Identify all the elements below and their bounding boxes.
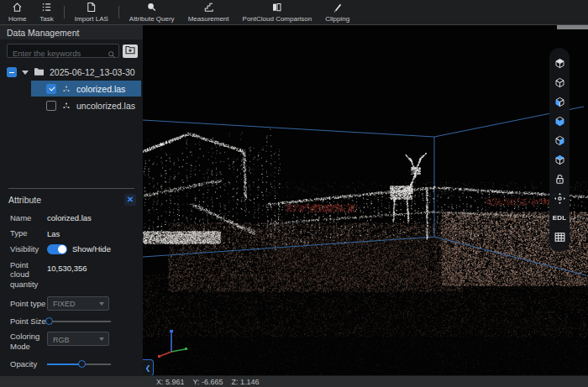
chevron-left-icon: ❮ [145, 364, 151, 372]
field-label-type: Type [10, 228, 47, 238]
view-back-cube-icon [554, 115, 566, 128]
toolbar-label: Measurement [188, 16, 229, 23]
panel-title: Data Management [0, 25, 143, 39]
close-icon[interactable]: ✕ [124, 194, 136, 206]
edl-label: EDL [553, 214, 567, 222]
toolbar-button-measurement[interactable]: Measurement [181, 0, 236, 24]
view-left-cube-icon [554, 134, 566, 147]
toolbar-separator [64, 6, 65, 18]
coloring-mode-select[interactable]: RGB [47, 332, 109, 346]
coordinate-x: X: 5.961 [156, 378, 185, 386]
view-left-button[interactable] [551, 133, 568, 149]
folder-icon [34, 65, 45, 80]
measurement-steps-icon [203, 2, 214, 15]
slider-handle[interactable] [45, 317, 53, 325]
view-bottom-button[interactable] [551, 75, 568, 91]
attribute-panel: Name colorized.las Type Las Visibility S… [0, 210, 143, 375]
toolbar-label: PontCloud Comparison [243, 16, 312, 23]
tree-item-label: uncolorized.las [76, 101, 135, 111]
data-management-panel: Data Management 2025-06-12 [0, 25, 143, 375]
toolbar-button-pointcloud-comparison[interactable]: PontCloud Comparison [236, 0, 319, 24]
view-back-button[interactable] [551, 113, 568, 129]
data-tree: 2025-06-12_13-03-30 colorized.las uncolo… [0, 60, 143, 188]
view-bottom-cube-icon [554, 76, 566, 89]
view-right-button[interactable] [551, 152, 568, 168]
view-front-cube-icon [554, 96, 566, 108]
grid-view-button[interactable] [551, 229, 568, 245]
magnifier-icon [146, 2, 157, 15]
field-value-quantity: 10,530,356 [47, 260, 87, 273]
point-size-slider[interactable] [47, 317, 111, 326]
3d-viewport[interactable] [143, 25, 588, 375]
grid-view-icon [554, 231, 566, 243]
add-folder-icon [125, 44, 135, 57]
item-checkbox[interactable] [46, 101, 56, 111]
pointcloud-icon [62, 98, 71, 113]
attribute-panel-title: Attribute [8, 195, 41, 205]
home-icon [12, 2, 23, 15]
field-label-point-type: Point type [10, 299, 47, 308]
toolbar-button-import-las[interactable]: Import LAS [68, 0, 115, 24]
tree-item-label: colorized.las [76, 84, 125, 94]
field-label-point-size: Point Size [10, 316, 47, 326]
visibility-toggle[interactable] [47, 244, 67, 254]
top-right-strip [557, 25, 588, 29]
tree-item-colorized[interactable]: colorized.las [31, 81, 141, 97]
viewport-area: EDL ❮ [143, 25, 588, 375]
pan-move-icon [554, 192, 566, 205]
top-toolbar: Home Task Import LAS Attribute Query Mea… [0, 0, 588, 25]
import-file-icon [86, 2, 97, 15]
toolbar-label: Clipping [325, 16, 349, 23]
toolbar-button-home[interactable]: Home [2, 0, 33, 24]
tree-root-row[interactable]: 2025-06-12_13-03-30 [0, 65, 143, 80]
search-box [7, 44, 119, 58]
add-data-button[interactable] [123, 44, 138, 58]
pointcloud-icon [62, 81, 71, 97]
root-checkbox[interactable] [7, 67, 17, 77]
clipping-pen-icon [332, 2, 343, 15]
slider-handle[interactable] [78, 360, 86, 368]
field-label-coloring-mode: Coloring Mode [10, 332, 47, 351]
lock-icon [554, 173, 566, 186]
field-label-opacity: Opacity [10, 359, 47, 369]
search-icon [108, 47, 116, 55]
tree-root-label: 2025-06-12_13-03-30 [50, 67, 135, 77]
chevron-down-icon[interactable] [22, 71, 29, 75]
field-label-visibility: Visibility [10, 244, 47, 254]
opacity-slider[interactable] [47, 360, 111, 369]
item-checkbox[interactable] [46, 84, 56, 94]
edl-button[interactable]: EDL [551, 210, 568, 226]
field-label-quantity: Point cloud quantity [10, 260, 47, 289]
toolbar-button-task[interactable]: Task [33, 0, 60, 24]
view-front-button[interactable] [551, 94, 568, 110]
toolbar-separator [118, 6, 119, 18]
field-value-name: colorized.las [47, 213, 92, 222]
task-list-icon [41, 2, 52, 15]
field-label-name: Name [10, 213, 47, 222]
toolbar-label: Task [39, 16, 53, 23]
status-bar: X: 5.961 Y: -6.665 Z: 1.146 [0, 375, 588, 387]
comparison-book-icon [271, 2, 282, 15]
toolbar-button-clipping[interactable]: Clipping [318, 0, 356, 24]
visibility-toggle-label: Show/Hide [72, 244, 111, 254]
toolbar-button-attribute-query[interactable]: Attribute Query [123, 0, 181, 24]
view-top-button[interactable] [551, 55, 568, 71]
view-right-cube-icon [554, 154, 566, 166]
coordinate-y: Y: -6.665 [193, 378, 223, 386]
point-type-select[interactable]: FIXED [47, 296, 109, 311]
toolbar-label: Attribute Query [129, 16, 175, 23]
search-input[interactable] [8, 47, 118, 60]
lock-button[interactable] [551, 171, 568, 187]
coordinate-z: Z: 1.146 [232, 378, 260, 386]
sidebar-collapse-button[interactable]: ❮ [143, 359, 154, 375]
toolbar-label: Import LAS [75, 16, 108, 23]
toolbar-label: Home [8, 16, 26, 23]
pan-button[interactable] [551, 191, 568, 207]
view-top-cube-icon [554, 57, 566, 70]
tree-item-uncolorized[interactable]: uncolorized.las [31, 97, 141, 113]
field-value-type: Las [47, 229, 60, 238]
view-toolbar: EDL [549, 48, 570, 252]
